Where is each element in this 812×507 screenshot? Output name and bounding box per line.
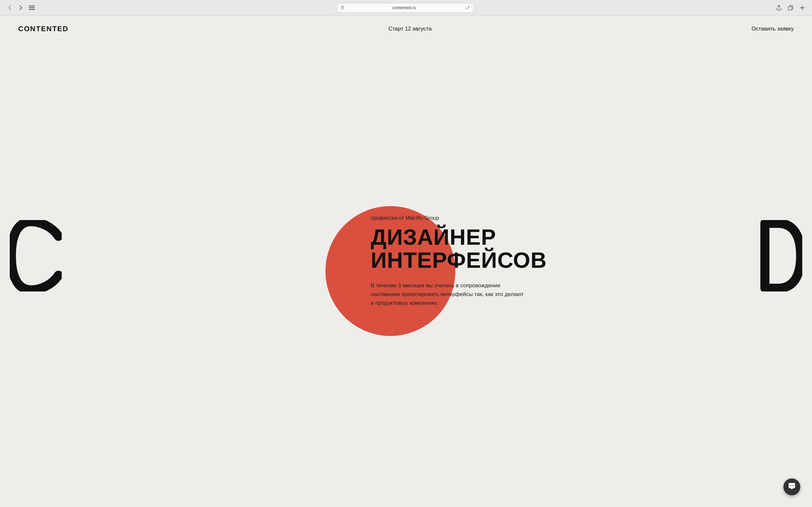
browser-nav-buttons bbox=[5, 3, 36, 12]
title-line-1: ДИЗАЙНЕР bbox=[371, 225, 496, 249]
chat-widget[interactable] bbox=[783, 478, 800, 495]
chat-icon bbox=[788, 482, 796, 492]
svg-point-7 bbox=[793, 485, 794, 486]
refresh-button[interactable] bbox=[464, 4, 470, 11]
svg-rect-3 bbox=[341, 7, 344, 9]
url-text: contented.ru bbox=[346, 5, 462, 10]
hero-content: профессия от Mail.Ru Group ДИЗАЙНЕР ИНТЕ… bbox=[371, 215, 547, 307]
profession-label: профессия от Mail.Ru Group bbox=[371, 215, 547, 221]
title-line-2: ИНТЕРФЕЙСОВ bbox=[371, 248, 547, 272]
big-letter-c bbox=[10, 220, 62, 302]
back-button[interactable] bbox=[5, 3, 14, 12]
brand-logo[interactable]: CONTENTED bbox=[18, 25, 68, 33]
hero-section: профессия от Mail.Ru Group ДИЗАЙНЕР ИНТЕ… bbox=[0, 15, 812, 507]
new-tab-button[interactable] bbox=[798, 3, 807, 12]
sidebar-toggle-button[interactable] bbox=[27, 3, 36, 12]
hero-description: В течение 3 месяцев вы учитесь в сопрово… bbox=[371, 281, 527, 308]
svg-point-5 bbox=[790, 485, 791, 486]
forward-button[interactable] bbox=[16, 3, 26, 12]
nav-cta-button[interactable]: Оставить заявку bbox=[752, 25, 794, 32]
svg-rect-4 bbox=[788, 6, 792, 10]
lock-icon bbox=[341, 5, 344, 10]
browser-chrome: contented.ru bbox=[0, 0, 812, 15]
address-bar[interactable]: contented.ru bbox=[337, 3, 473, 13]
browser-actions bbox=[774, 3, 807, 12]
main-title: ДИЗАЙНЕР ИНТЕРФЕЙСОВ bbox=[371, 226, 547, 272]
svg-rect-2 bbox=[29, 9, 35, 10]
address-bar-wrapper: contented.ru bbox=[40, 3, 770, 13]
website: CONTENTED Старт 12 августа Оставить заяв… bbox=[0, 15, 812, 507]
svg-point-6 bbox=[792, 485, 792, 486]
svg-rect-0 bbox=[29, 5, 35, 6]
big-letter-d bbox=[760, 220, 802, 302]
top-nav: CONTENTED Старт 12 августа Оставить заяв… bbox=[0, 15, 812, 42]
share-button[interactable] bbox=[774, 3, 783, 12]
svg-rect-1 bbox=[29, 7, 35, 8]
tabs-button[interactable] bbox=[786, 3, 795, 12]
nav-start-date: Старт 12 августа bbox=[389, 25, 432, 32]
